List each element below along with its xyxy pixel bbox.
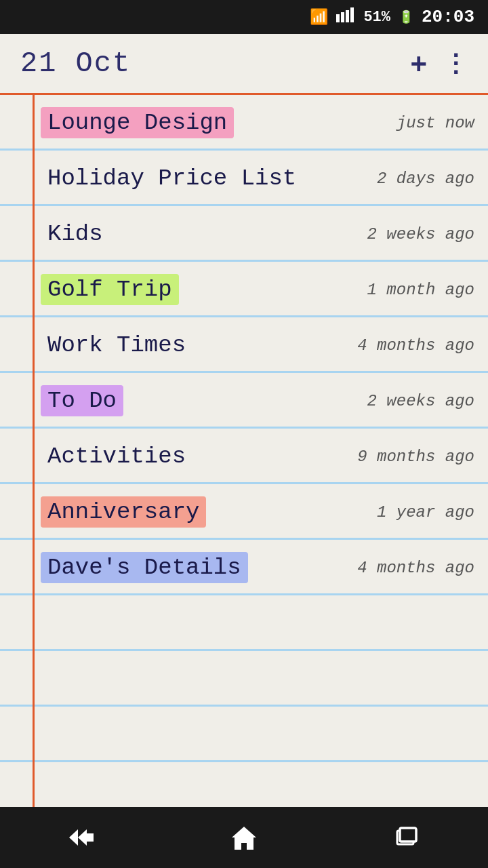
nav-bar [0, 807, 488, 868]
svg-rect-0 [336, 14, 340, 22]
note-time: 2 days ago [377, 170, 474, 188]
add-note-button[interactable]: + [410, 50, 427, 78]
signal-icon [336, 7, 355, 27]
svg-rect-3 [350, 7, 354, 22]
recent-apps-button[interactable] [380, 817, 434, 858]
status-bar: 📶 51% 🔋 20:03 [0, 0, 488, 34]
note-time: 1 year ago [377, 503, 474, 521]
list-item[interactable]: Work Times 4 months ago [41, 317, 488, 373]
note-time: 2 weeks ago [367, 225, 474, 243]
notebook-area: Lounge Design just now Holiday Price Lis… [0, 95, 488, 807]
note-title: Lounge Design [41, 107, 234, 138]
svg-rect-2 [346, 10, 349, 22]
note-time: 1 month ago [367, 281, 474, 299]
header-title: 21 Oct [20, 47, 131, 80]
note-title: Kids [41, 218, 110, 250]
svg-rect-1 [341, 12, 344, 22]
wifi-icon: 📶 [310, 8, 328, 26]
note-title: To Do [41, 385, 123, 416]
svg-rect-5 [400, 828, 416, 842]
note-title: Golf Trip [41, 274, 179, 305]
list-item[interactable]: Golf Trip 1 month ago [41, 262, 488, 317]
menu-button[interactable]: ⋮ [443, 52, 468, 76]
note-time: 9 months ago [357, 448, 474, 466]
note-title: Holiday Price List [41, 163, 303, 194]
app-header: 21 Oct + ⋮ [0, 34, 488, 95]
notes-list: Lounge Design just now Holiday Price Lis… [0, 95, 488, 595]
list-item[interactable]: Kids 2 weeks ago [41, 206, 488, 262]
clock: 20:03 [422, 7, 474, 27]
note-title: Work Times [41, 330, 192, 361]
list-item[interactable]: Anniversary 1 year ago [41, 484, 488, 540]
home-button[interactable] [217, 817, 271, 858]
note-time: 4 months ago [357, 559, 474, 577]
list-item[interactable]: Lounge Design just now [41, 95, 488, 151]
note-title: Dave's Details [41, 552, 248, 583]
note-time: 2 weeks ago [367, 392, 474, 410]
battery-icon: 🔋 [399, 9, 413, 24]
list-item[interactable]: To Do 2 weeks ago [41, 373, 488, 429]
list-item[interactable]: Holiday Price List 2 days ago [41, 151, 488, 206]
note-title: Anniversary [41, 496, 206, 528]
back-button[interactable] [54, 817, 108, 858]
note-time: just now [396, 114, 474, 132]
list-item[interactable]: Dave's Details 4 months ago [41, 540, 488, 595]
note-title: Activities [41, 441, 192, 472]
note-time: 4 months ago [357, 336, 474, 355]
list-item[interactable]: Activities 9 months ago [41, 429, 488, 484]
battery-percentage: 51% [363, 9, 390, 26]
